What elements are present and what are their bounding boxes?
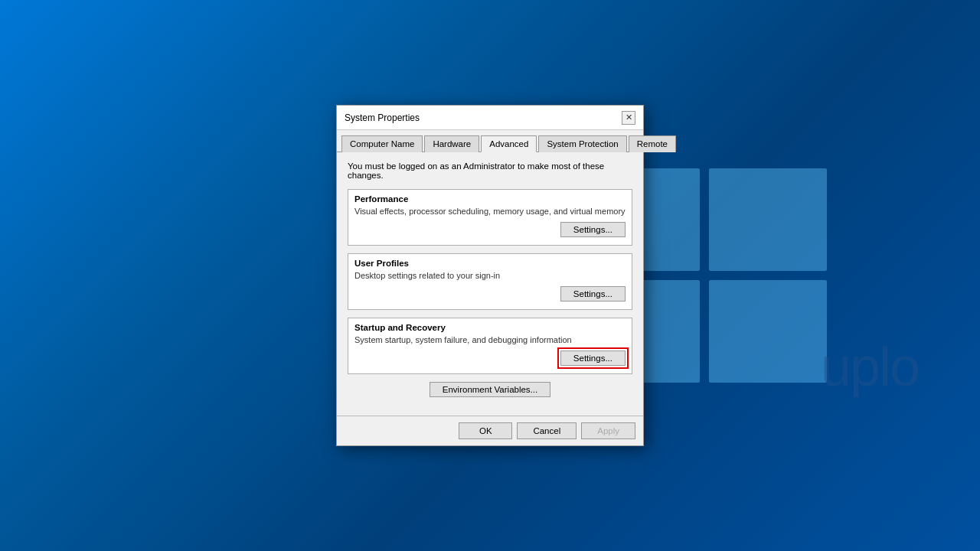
dialog-titlebar: System Properties ✕ [337, 106, 643, 130]
admin-notice: You must be logged on as an Administrato… [348, 161, 632, 180]
startup-recovery-title: Startup and Recovery [354, 323, 626, 332]
user-profiles-title: User Profiles [354, 259, 626, 268]
performance-desc: Visual effects, processor scheduling, me… [354, 207, 626, 216]
ok-button[interactable]: OK [459, 422, 512, 439]
startup-recovery-settings-button[interactable]: Settings... [560, 350, 626, 366]
performance-title: Performance [354, 194, 626, 204]
performance-settings-button[interactable]: Settings... [560, 222, 626, 237]
system-properties-dialog: System Properties ✕ Computer Name Hardwa… [336, 105, 644, 446]
user-profiles-settings-button[interactable]: Settings... [560, 286, 626, 302]
apply-button[interactable]: Apply [581, 422, 635, 439]
tab-advanced[interactable]: Advanced [481, 135, 537, 152]
performance-section: Performance Visual effects, processor sc… [348, 189, 632, 246]
dialog-content: You must be logged on as an Administrato… [337, 152, 643, 416]
environment-variables-button[interactable]: Environment Variables... [430, 382, 550, 397]
user-profiles-section: User Profiles Desktop settings related t… [348, 253, 632, 310]
startup-recovery-section: Startup and Recovery System startup, sys… [348, 318, 632, 374]
close-button[interactable]: ✕ [622, 111, 635, 125]
user-profiles-desc: Desktop settings related to your sign-in [354, 271, 626, 280]
env-variables-row: Environment Variables... [348, 382, 632, 397]
dialog-overlay: System Properties ✕ Computer Name Hardwa… [0, 0, 980, 551]
tab-hardware[interactable]: Hardware [424, 135, 479, 152]
cancel-button[interactable]: Cancel [517, 422, 577, 439]
tab-system-protection[interactable]: System Protection [538, 135, 626, 152]
tabs-bar: Computer Name Hardware Advanced System P… [337, 130, 643, 152]
tab-computer-name[interactable]: Computer Name [341, 135, 423, 152]
tab-remote[interactable]: Remote [629, 135, 676, 152]
dialog-title: System Properties [345, 112, 420, 123]
startup-recovery-desc: System startup, system failure, and debu… [354, 335, 626, 344]
dialog-footer: OK Cancel Apply [337, 416, 643, 445]
